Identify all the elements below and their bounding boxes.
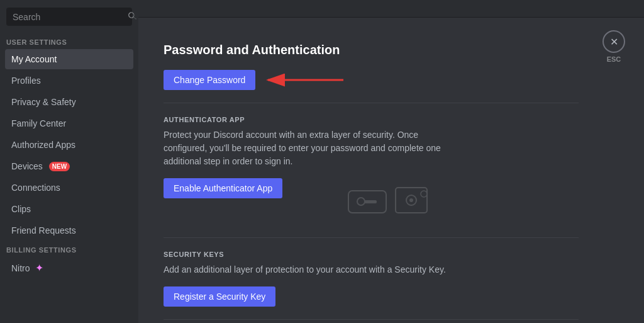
sidebar-item-profiles[interactable]: Profiles [5,71,133,91]
svg-point-3 [357,198,365,205]
sidebar-item-label: Devices [11,161,43,171]
esc-circle: ✕ [602,30,625,53]
authenticator-section: AUTHENTICATOR APP Protect your Discord a… [164,116,579,225]
sidebar-item-my-account[interactable]: My Account [5,49,133,69]
sidebar-item-friend-requests[interactable]: Friend Requests [5,220,133,241]
top-bar [138,0,644,18]
svg-rect-4 [364,200,377,203]
billing-settings-label: BILLING SETTINGS [0,241,138,256]
security-keys-description: Add an additional layer of protection to… [164,263,453,276]
sidebar-item-family-center[interactable]: Family Center [5,113,133,133]
esc-button[interactable]: ✕ ESC [602,30,625,63]
sidebar-item-label: My Account [11,54,57,64]
security-illustration [345,178,433,225]
divider-3 [164,319,579,320]
sidebar-item-label: Clips [11,204,31,214]
sidebar-item-label: Authorized Apps [11,140,75,150]
search-input[interactable] [13,12,123,22]
search-box[interactable] [6,8,132,26]
change-password-button[interactable]: Change Password [164,70,255,90]
user-settings-label: USER SETTINGS [0,33,138,48]
sidebar-item-label: Profiles [11,76,41,86]
sidebar-item-devices[interactable]: Devices NEW [5,156,133,176]
register-security-key-button[interactable]: Register a Security Key [164,286,275,307]
authenticator-description: Protect your Discord account with an ext… [164,128,453,168]
sidebar-item-label: Friend Requests [11,225,76,235]
svg-point-7 [409,198,413,202]
esc-label: ESC [607,55,621,63]
change-password-container: Change Password [164,70,255,90]
authenticator-heading: AUTHENTICATOR APP [164,116,579,123]
security-keys-heading: SECURITY KEYS [164,251,579,258]
divider-1 [164,103,579,103]
sidebar-item-label: Nitro [11,263,30,273]
sidebar-item-label: Connections [11,183,60,193]
page-title: Password and Authentication [164,30,579,57]
nitro-icon: ✦ [35,262,43,274]
divider-2 [164,237,579,238]
new-badge: NEW [49,162,70,171]
sidebar-item-label: Privacy & Safety [11,97,76,107]
sidebar-item-authorized-apps[interactable]: Authorized Apps [5,135,133,155]
sidebar-item-nitro[interactable]: Nitro ✦ [5,257,133,279]
content-area: Password and Authentication Change Passw… [138,18,604,323]
close-icon: ✕ [610,36,618,48]
red-arrow-annotation [262,71,350,89]
security-keys-section: SECURITY KEYS Add an additional layer of… [164,251,579,307]
sidebar-item-label: Family Center [11,118,66,128]
main-content: Password and Authentication Change Passw… [138,18,644,323]
main-wrapper: Password and Authentication Change Passw… [138,0,644,323]
sidebar-item-clips[interactable]: Clips [5,199,133,219]
search-icon [128,11,136,22]
sidebar-item-privacy-safety[interactable]: Privacy & Safety [5,92,133,112]
sidebar: USER SETTINGS My Account Profiles Privac… [0,0,138,323]
enable-authenticator-button[interactable]: Enable Authenticator App [164,178,282,198]
sidebar-item-connections[interactable]: Connections [5,178,133,198]
svg-point-8 [421,191,427,197]
